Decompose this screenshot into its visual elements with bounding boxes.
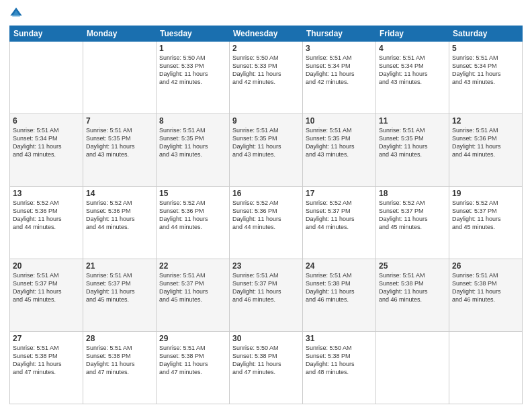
weekday-header-monday: Monday	[83, 26, 157, 42]
calendar-cell: 19Sunrise: 5:52 AM Sunset: 5:37 PM Dayli…	[449, 187, 523, 259]
calendar-cell: 1Sunrise: 5:50 AM Sunset: 5:33 PM Daylig…	[157, 42, 230, 114]
day-number: 3	[306, 44, 373, 53]
day-info: Sunrise: 5:51 AM Sunset: 5:35 PM Dayligh…	[306, 126, 373, 159]
day-info: Sunrise: 5:51 AM Sunset: 5:37 PM Dayligh…	[13, 271, 80, 304]
day-number: 5	[452, 44, 519, 53]
day-info: Sunrise: 5:51 AM Sunset: 5:38 PM Dayligh…	[13, 344, 80, 377]
calendar-header: SundayMondayTuesdayWednesdayThursdayFrid…	[10, 26, 523, 42]
day-number: 17	[306, 189, 373, 198]
day-number: 15	[159, 189, 226, 198]
day-info: Sunrise: 5:50 AM Sunset: 5:38 PM Dayligh…	[306, 344, 373, 377]
calendar-cell: 11Sunrise: 5:51 AM Sunset: 5:35 PM Dayli…	[376, 114, 449, 187]
day-info: Sunrise: 5:50 AM Sunset: 5:38 PM Dayligh…	[232, 344, 300, 377]
calendar-cell: 29Sunrise: 5:51 AM Sunset: 5:38 PM Dayli…	[157, 332, 230, 404]
day-info: Sunrise: 5:51 AM Sunset: 5:37 PM Dayligh…	[232, 271, 300, 304]
day-number: 18	[379, 189, 446, 198]
calendar-cell: 22Sunrise: 5:51 AM Sunset: 5:37 PM Dayli…	[157, 259, 230, 332]
calendar-cell: 14Sunrise: 5:52 AM Sunset: 5:36 PM Dayli…	[83, 187, 157, 259]
header	[9, 7, 523, 20]
day-number: 20	[13, 261, 80, 271]
calendar-table: SundayMondayTuesdayWednesdayThursdayFrid…	[9, 26, 523, 404]
day-number: 2	[232, 44, 300, 53]
calendar-cell: 23Sunrise: 5:51 AM Sunset: 5:37 PM Dayli…	[230, 259, 303, 332]
day-info: Sunrise: 5:51 AM Sunset: 5:37 PM Dayligh…	[159, 271, 226, 304]
day-number: 8	[159, 116, 226, 126]
calendar-cell: 5Sunrise: 5:51 AM Sunset: 5:34 PM Daylig…	[449, 42, 523, 114]
calendar-cell	[10, 42, 83, 114]
calendar-cell	[449, 332, 523, 404]
calendar-cell: 8Sunrise: 5:51 AM Sunset: 5:35 PM Daylig…	[157, 114, 230, 187]
weekday-row: SundayMondayTuesdayWednesdayThursdayFrid…	[10, 26, 523, 42]
day-info: Sunrise: 5:52 AM Sunset: 5:37 PM Dayligh…	[452, 199, 519, 232]
calendar-cell: 18Sunrise: 5:52 AM Sunset: 5:37 PM Dayli…	[376, 187, 449, 259]
day-number: 28	[86, 334, 153, 343]
day-number: 16	[232, 189, 300, 198]
calendar-cell: 6Sunrise: 5:51 AM Sunset: 5:34 PM Daylig…	[10, 114, 83, 187]
day-number: 11	[379, 116, 446, 126]
day-number: 4	[379, 44, 446, 53]
day-number: 30	[232, 334, 300, 343]
day-info: Sunrise: 5:51 AM Sunset: 5:38 PM Dayligh…	[452, 271, 519, 304]
day-info: Sunrise: 5:51 AM Sunset: 5:35 PM Dayligh…	[232, 126, 300, 159]
calendar-cell: 17Sunrise: 5:52 AM Sunset: 5:37 PM Dayli…	[303, 187, 376, 259]
day-info: Sunrise: 5:51 AM Sunset: 5:34 PM Dayligh…	[306, 54, 373, 87]
day-number: 23	[232, 261, 300, 271]
calendar-body: 1Sunrise: 5:50 AM Sunset: 5:33 PM Daylig…	[10, 42, 523, 404]
day-info: Sunrise: 5:51 AM Sunset: 5:38 PM Dayligh…	[159, 344, 226, 377]
day-info: Sunrise: 5:51 AM Sunset: 5:35 PM Dayligh…	[86, 126, 153, 159]
calendar-cell: 30Sunrise: 5:50 AM Sunset: 5:38 PM Dayli…	[230, 332, 303, 404]
calendar-cell: 15Sunrise: 5:52 AM Sunset: 5:36 PM Dayli…	[157, 187, 230, 259]
logo-icon	[9, 7, 23, 20]
day-number: 6	[13, 116, 80, 126]
weekday-header-saturday: Saturday	[449, 26, 523, 42]
calendar-cell: 24Sunrise: 5:51 AM Sunset: 5:38 PM Dayli…	[303, 259, 376, 332]
day-info: Sunrise: 5:52 AM Sunset: 5:36 PM Dayligh…	[86, 199, 153, 232]
calendar-cell: 13Sunrise: 5:52 AM Sunset: 5:36 PM Dayli…	[10, 187, 83, 259]
day-info: Sunrise: 5:51 AM Sunset: 5:36 PM Dayligh…	[452, 126, 519, 159]
calendar-cell: 26Sunrise: 5:51 AM Sunset: 5:38 PM Dayli…	[449, 259, 523, 332]
day-info: Sunrise: 5:51 AM Sunset: 5:34 PM Dayligh…	[13, 126, 80, 159]
day-info: Sunrise: 5:51 AM Sunset: 5:37 PM Dayligh…	[86, 271, 153, 304]
day-number: 12	[452, 116, 519, 126]
calendar-cell: 10Sunrise: 5:51 AM Sunset: 5:35 PM Dayli…	[303, 114, 376, 187]
day-number: 21	[86, 261, 153, 271]
calendar-cell: 12Sunrise: 5:51 AM Sunset: 5:36 PM Dayli…	[449, 114, 523, 187]
calendar-cell: 16Sunrise: 5:52 AM Sunset: 5:36 PM Dayli…	[230, 187, 303, 259]
day-info: Sunrise: 5:51 AM Sunset: 5:35 PM Dayligh…	[159, 126, 226, 159]
calendar-week-4: 20Sunrise: 5:51 AM Sunset: 5:37 PM Dayli…	[10, 259, 523, 332]
day-info: Sunrise: 5:52 AM Sunset: 5:36 PM Dayligh…	[159, 199, 226, 232]
day-number: 29	[159, 334, 226, 343]
calendar-cell: 3Sunrise: 5:51 AM Sunset: 5:34 PM Daylig…	[303, 42, 376, 114]
day-number: 1	[159, 44, 226, 53]
day-number: 25	[379, 261, 446, 271]
day-number: 22	[159, 261, 226, 271]
day-info: Sunrise: 5:52 AM Sunset: 5:36 PM Dayligh…	[232, 199, 300, 232]
day-number: 7	[86, 116, 153, 126]
day-info: Sunrise: 5:51 AM Sunset: 5:38 PM Dayligh…	[306, 271, 373, 304]
logo	[9, 7, 26, 20]
day-number: 9	[232, 116, 300, 126]
calendar-cell: 9Sunrise: 5:51 AM Sunset: 5:35 PM Daylig…	[230, 114, 303, 187]
calendar-cell: 7Sunrise: 5:51 AM Sunset: 5:35 PM Daylig…	[83, 114, 157, 187]
day-number: 31	[306, 334, 373, 343]
day-number: 10	[306, 116, 373, 126]
weekday-header-thursday: Thursday	[303, 26, 376, 42]
calendar-week-5: 27Sunrise: 5:51 AM Sunset: 5:38 PM Dayli…	[10, 332, 523, 404]
calendar-cell: 27Sunrise: 5:51 AM Sunset: 5:38 PM Dayli…	[10, 332, 83, 404]
day-info: Sunrise: 5:50 AM Sunset: 5:33 PM Dayligh…	[159, 54, 226, 87]
weekday-header-tuesday: Tuesday	[157, 26, 230, 42]
calendar-cell	[376, 332, 449, 404]
weekday-header-friday: Friday	[376, 26, 449, 42]
calendar-cell	[83, 42, 157, 114]
weekday-header-sunday: Sunday	[10, 26, 83, 42]
day-number: 13	[13, 189, 80, 198]
day-info: Sunrise: 5:51 AM Sunset: 5:38 PM Dayligh…	[379, 271, 446, 304]
day-info: Sunrise: 5:51 AM Sunset: 5:34 PM Dayligh…	[452, 54, 519, 87]
day-info: Sunrise: 5:50 AM Sunset: 5:33 PM Dayligh…	[232, 54, 300, 87]
day-number: 26	[452, 261, 519, 271]
page: SundayMondayTuesdayWednesdayThursdayFrid…	[0, 0, 532, 411]
calendar-cell: 21Sunrise: 5:51 AM Sunset: 5:37 PM Dayli…	[83, 259, 157, 332]
day-number: 24	[306, 261, 373, 271]
calendar-cell: 31Sunrise: 5:50 AM Sunset: 5:38 PM Dayli…	[303, 332, 376, 404]
day-info: Sunrise: 5:52 AM Sunset: 5:37 PM Dayligh…	[379, 199, 446, 232]
